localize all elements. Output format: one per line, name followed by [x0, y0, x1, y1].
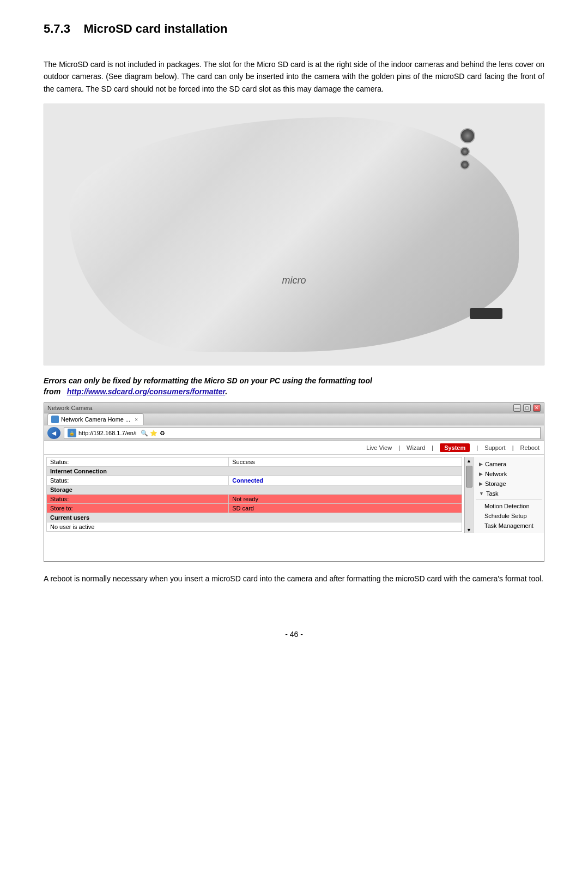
camera-body-visual: micro: [69, 117, 519, 352]
inet-status-label: Status:: [47, 476, 229, 485]
browser-toolbar: ◄ 🔒 http://192.168.1.7/en/i 🔍 ⭐ ♻: [44, 425, 544, 441]
sidebar-arrow-task: ▼: [479, 491, 484, 496]
internet-section: Internet Connection: [47, 467, 462, 476]
inet-status-value: Connected: [229, 476, 462, 485]
nav-sep3: |: [476, 444, 478, 451]
sidebar-item-taskmgmt[interactable]: Task Management: [476, 521, 542, 531]
body-paragraph-1: The MicroSD card is not included in pack…: [44, 58, 544, 95]
scroll-down-arrow[interactable]: ▼: [466, 527, 471, 533]
storage-status-label: Status:: [47, 495, 229, 504]
sidebar-label-motion: Motion Detection: [484, 503, 530, 509]
camera-top-nav: Live View | Wizard | System | Support | …: [44, 441, 544, 455]
sidebar-item-motion[interactable]: Motion Detection: [476, 501, 542, 511]
formatter-link[interactable]: http://www.sdcard.org/consumers/formatte…: [67, 387, 225, 396]
cam-content-area: Status: Success Internet Connection Stat…: [44, 457, 544, 533]
sidebar-label-camera: Camera: [485, 461, 506, 467]
sidebar-label-schedule: Schedule Setup: [484, 513, 527, 519]
status-value: Success: [229, 458, 462, 467]
tab-favicon-icon: [51, 416, 59, 423]
status-label: Status:: [47, 458, 229, 467]
search-icons: 🔍 ⭐ ♻: [141, 430, 165, 437]
section-name: MicroSD card installation: [83, 22, 227, 35]
from-line: from http://www.sdcard.org/consumers/for…: [44, 387, 544, 396]
nav-sep4: |: [512, 444, 514, 451]
sidebar-label-taskmgmt: Task Management: [484, 522, 534, 529]
storage-section: Storage: [47, 485, 462, 495]
reboot-note: A reboot is normally necessary when you …: [44, 573, 544, 585]
page-footer: - 46 -: [44, 630, 544, 639]
table-body: Status: Success Internet Connection Stat…: [47, 458, 462, 532]
status-table: Status: Success Internet Connection Stat…: [46, 457, 462, 532]
nav-reboot[interactable]: Reboot: [520, 444, 539, 451]
sidebar-label-network: Network: [485, 471, 507, 477]
camera-sidebar: ▶ Camera ▶ Network ▶ Storage ▼ Task: [473, 457, 544, 533]
storage-status-value: Not ready: [229, 495, 462, 504]
nav-sep2: |: [432, 444, 433, 451]
table-row: Storage: [47, 485, 462, 495]
error-note-block: Errors can only be fixed by reformatting…: [44, 376, 544, 396]
maximize-button[interactable]: □: [523, 404, 531, 412]
lens-small-2: [460, 160, 470, 170]
sidebar-item-storage[interactable]: ▶ Storage: [476, 479, 542, 489]
current-users-section: Current users: [47, 513, 462, 522]
tab-bar: Network Camera Home ... ×: [44, 413, 544, 425]
table-row: Current users: [47, 513, 462, 522]
titlebar-buttons[interactable]: — □ ✕: [513, 404, 541, 412]
close-button[interactable]: ✕: [533, 404, 541, 412]
lens-small-1: [460, 147, 470, 157]
address-bar[interactable]: 🔒 http://192.168.1.7/en/i 🔍 ⭐ ♻: [64, 427, 541, 439]
sidebar-item-network[interactable]: ▶ Network: [476, 469, 542, 479]
tab-label: Network Camera Home ...: [61, 416, 130, 423]
address-text: http://192.168.1.7/en/i: [78, 430, 136, 436]
scroll-up-arrow[interactable]: ▲: [466, 458, 471, 464]
browser-titlebar: Network Camera — □ ✕: [44, 403, 544, 413]
error-line1: Errors can only be fixed by reformatting…: [44, 376, 544, 385]
camera-web-interface: Live View | Wizard | System | Support | …: [44, 441, 544, 561]
sidebar-divider: [476, 500, 542, 500]
sidebar-item-task[interactable]: ▼ Task: [476, 489, 542, 498]
store-to-label: Store to:: [47, 504, 229, 513]
section-number: 5.7.3: [44, 22, 70, 35]
minimize-button[interactable]: —: [513, 404, 521, 412]
section-title: 5.7.3 MicroSD card installation: [44, 22, 544, 36]
table-row: Internet Connection: [47, 467, 462, 476]
sidebar-item-schedule[interactable]: Schedule Setup: [476, 511, 542, 521]
table-row: Status: Success: [47, 458, 462, 467]
address-icon: 🔒: [68, 429, 76, 437]
sidebar-arrow-camera: ▶: [479, 461, 483, 467]
lens-area: [460, 128, 475, 170]
camera-image: micro: [44, 104, 544, 365]
microsd-slot-visual: [470, 308, 502, 319]
active-tab[interactable]: Network Camera Home ... ×: [47, 413, 144, 425]
sidebar-label-storage: Storage: [485, 480, 506, 487]
back-button[interactable]: ◄: [47, 427, 60, 439]
main-content-area: Live View | Wizard | System | Support | …: [44, 441, 544, 561]
scrollbar-thumb[interactable]: [466, 466, 472, 488]
table-row: Status: Not ready: [47, 495, 462, 504]
from-label: from: [44, 387, 60, 396]
tab-close-icon[interactable]: ×: [135, 417, 138, 423]
micro-label: micro: [282, 275, 306, 286]
sidebar-arrow-storage: ▶: [479, 481, 483, 486]
sidebar-label-task: Task: [486, 490, 499, 497]
sidebar-arrow-network: ▶: [479, 471, 483, 477]
table-row: Status: Connected: [47, 476, 462, 485]
table-row: Store to: SD card: [47, 504, 462, 513]
page-number: - 46 -: [285, 630, 303, 639]
period: .: [225, 387, 227, 396]
scrollbar[interactable]: ▲ ▼: [464, 457, 473, 533]
status-table-area: Status: Success Internet Connection Stat…: [44, 457, 464, 533]
lens-main: [460, 128, 475, 143]
browser-title-text: Network Camera: [47, 405, 93, 411]
nav-support[interactable]: Support: [484, 444, 506, 451]
table-row: No user is active: [47, 522, 462, 532]
nav-system[interactable]: System: [440, 443, 470, 452]
nav-wizard[interactable]: Wizard: [407, 444, 425, 451]
browser-screenshot: Network Camera — □ ✕ Network Camera Home…: [44, 402, 544, 562]
nav-liveview[interactable]: Live View: [366, 444, 392, 451]
sidebar-item-camera[interactable]: ▶ Camera: [476, 459, 542, 469]
store-to-value: SD card: [229, 504, 462, 513]
no-user-label: No user is active: [47, 522, 462, 532]
nav-sep1: |: [398, 444, 400, 451]
